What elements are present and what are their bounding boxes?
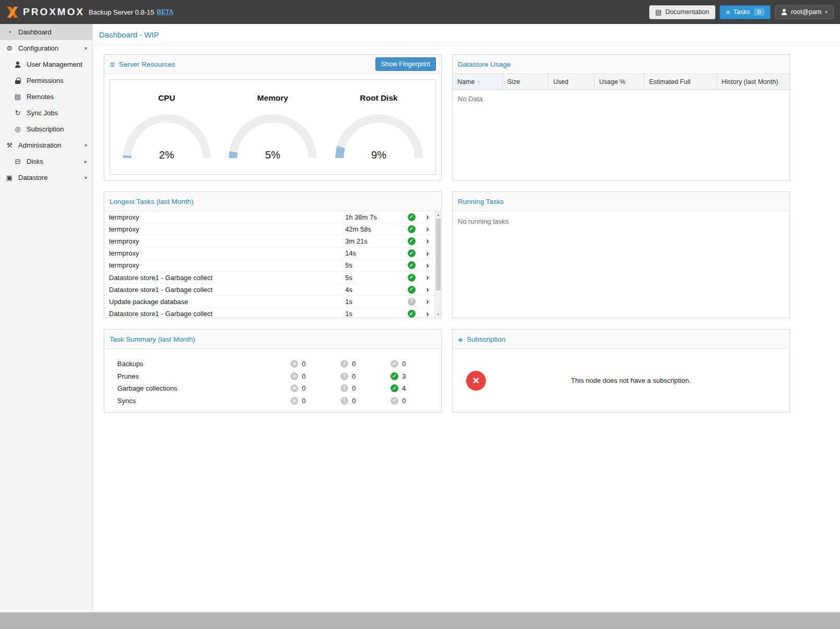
beta-link[interactable]: BETA xyxy=(157,8,174,16)
chevron-right-icon[interactable]: ▸ xyxy=(84,159,87,164)
task-row[interactable]: Datastore store1 - Garbage collect 4s › xyxy=(104,284,435,296)
sidebar-item-remotes[interactable]: ▤ Remotes xyxy=(0,89,92,105)
scroll-down-icon[interactable]: ▼ xyxy=(435,311,441,318)
task-status-icon xyxy=(408,261,416,269)
proxmox-x-icon xyxy=(6,7,19,18)
task-row[interactable]: termproxy 14s › xyxy=(104,248,435,260)
sidebar-item-user-management[interactable]: User Management xyxy=(0,56,92,72)
sidebar-item-dashboard[interactable]: ◔ Dashboard xyxy=(0,24,92,40)
summary-row[interactable]: Syncs 0 0 xyxy=(117,395,441,407)
chevron-right-icon[interactable]: › xyxy=(420,213,435,221)
chevron-down-icon[interactable]: ▾ xyxy=(84,45,87,51)
column-header-size[interactable]: Size xyxy=(503,74,549,89)
task-summary-panel: Task Summary (last Month) Backups 0 xyxy=(104,329,442,413)
task-name: termproxy xyxy=(109,213,345,221)
user-menu-button[interactable]: root@pam ▾ xyxy=(775,5,834,19)
chevron-right-icon[interactable]: › xyxy=(420,225,435,233)
summary-label: Prunes xyxy=(117,372,290,380)
column-header-estimated-full[interactable]: Estimated Full xyxy=(644,74,717,89)
task-status-icon xyxy=(408,274,416,282)
ok-count: 0 xyxy=(402,360,406,368)
sidebar-item-sync-jobs[interactable]: ↻ Sync Jobs xyxy=(0,105,92,121)
user-icon xyxy=(781,9,787,15)
chevron-right-icon[interactable]: › xyxy=(420,237,435,245)
longest-tasks-panel: Longest Tasks (last Month) termproxy 1h … xyxy=(104,191,442,318)
documentation-label: Documentation xyxy=(665,8,709,16)
no-data-text: No Data xyxy=(453,90,789,108)
task-status-icon xyxy=(408,225,416,233)
chevron-right-icon[interactable]: › xyxy=(420,285,435,294)
panel-title: Task Summary (last Month) xyxy=(109,335,195,343)
task-status-icon xyxy=(408,310,416,318)
sidebar-item-disks[interactable]: ⊟ Disks ▸ xyxy=(0,153,92,170)
warning-count-icon xyxy=(340,360,348,368)
warning-count-icon xyxy=(340,384,348,392)
warning-count: 0 xyxy=(352,397,356,405)
server-icon: ▤ xyxy=(14,93,22,100)
task-row[interactable]: termproxy 1h 38m 7s › xyxy=(104,211,435,223)
summary-row[interactable]: Garbage collections 0 0 xyxy=(117,382,441,395)
error-count: 0 xyxy=(302,360,306,368)
task-duration: 5s xyxy=(345,261,403,269)
sidebar-item-subscription[interactable]: ◎ Subscription xyxy=(0,121,92,137)
chevron-right-icon[interactable]: › xyxy=(420,297,435,306)
summary-row[interactable]: Prunes 0 0 xyxy=(117,370,441,383)
sidebar-item-label: Sync Jobs xyxy=(27,109,58,117)
error-count: 0 xyxy=(302,372,306,380)
task-duration: 42m 58s xyxy=(345,225,403,233)
task-list-icon: ≡ xyxy=(726,9,730,16)
task-duration: 1h 38m 7s xyxy=(345,213,403,221)
show-fingerprint-button[interactable]: Show Fingerprint xyxy=(375,57,436,71)
ok-count: 0 xyxy=(402,397,406,405)
sidebar-item-permissions[interactable]: Permissions xyxy=(0,72,92,89)
no-running-tasks-text: No running tasks xyxy=(453,211,789,318)
task-row[interactable]: Update package database 1s › xyxy=(104,296,435,308)
sidebar-item-administration[interactable]: ⚒ Administration ▾ xyxy=(0,137,92,153)
column-header-history[interactable]: History (last Month) xyxy=(717,74,789,89)
task-row[interactable]: termproxy 5s › xyxy=(104,260,435,272)
subscription-message: This node does not have a subscription. xyxy=(486,377,776,384)
task-name: Datastore store1 - Garbage collect xyxy=(109,310,345,318)
chevron-right-icon[interactable]: › xyxy=(420,249,435,258)
error-count: 0 xyxy=(302,397,306,405)
gauge-value: 9% xyxy=(332,149,426,161)
task-duration: 5s xyxy=(345,274,403,282)
task-duration: 4s xyxy=(345,286,403,294)
task-row[interactable]: Datastore store1 - Garbage collect 5s › xyxy=(104,272,435,284)
warning-count-icon xyxy=(340,397,348,405)
column-header-name[interactable]: Name ↑ xyxy=(453,74,503,89)
memory-gauge: Memory 5% xyxy=(223,93,322,162)
task-name: termproxy xyxy=(109,237,345,245)
task-row[interactable]: Datastore store1 - Garbage collect 1s › xyxy=(104,308,435,318)
sidebar-item-datastore[interactable]: ▣ Datastore ▾ xyxy=(0,170,92,186)
gauge-label: Memory xyxy=(223,93,322,103)
product-version: Backup Server 0.8-15 xyxy=(89,8,154,16)
sidebar-item-label: Configuration xyxy=(18,44,58,52)
task-status-icon xyxy=(408,249,416,257)
tasks-button[interactable]: ≡ Tasks 0 xyxy=(720,5,771,19)
sidebar-item-label: Datastore xyxy=(18,174,47,182)
chevron-down-icon[interactable]: ▾ xyxy=(84,175,87,180)
task-duration: 1s xyxy=(345,310,403,318)
column-header-usage-pct[interactable]: Usage % xyxy=(594,74,644,89)
scrollbar-thumb[interactable] xyxy=(436,219,441,291)
tasks-label: Tasks xyxy=(734,8,750,16)
documentation-button[interactable]: ▤ Documentation xyxy=(649,5,715,19)
chevron-right-icon[interactable]: › xyxy=(420,261,435,270)
subscription-panel: ◈ Subscription × This node does not have… xyxy=(452,329,790,413)
gauge-label: Root Disk xyxy=(330,93,429,103)
gauge-value: 5% xyxy=(226,149,320,161)
column-header-used[interactable]: Used xyxy=(549,74,594,89)
summary-row[interactable]: Backups 0 0 xyxy=(117,358,441,370)
chevron-down-icon[interactable]: ▾ xyxy=(84,142,87,148)
sidebar-item-configuration[interactable]: ⚙ Configuration ▾ xyxy=(0,40,92,56)
task-row[interactable]: termproxy 3m 21s › xyxy=(104,235,435,247)
panel-title: Server Resources xyxy=(119,61,175,68)
scroll-up-icon[interactable]: ▲ xyxy=(435,211,441,218)
ok-count-icon xyxy=(391,384,398,392)
chevron-right-icon[interactable]: › xyxy=(420,310,435,318)
sidebar-item-label: Permissions xyxy=(27,77,64,84)
chevron-right-icon[interactable]: › xyxy=(420,273,435,282)
vertical-scrollbar[interactable]: ▲ ▼ xyxy=(435,211,441,318)
task-row[interactable]: termproxy 42m 58s › xyxy=(104,223,435,235)
